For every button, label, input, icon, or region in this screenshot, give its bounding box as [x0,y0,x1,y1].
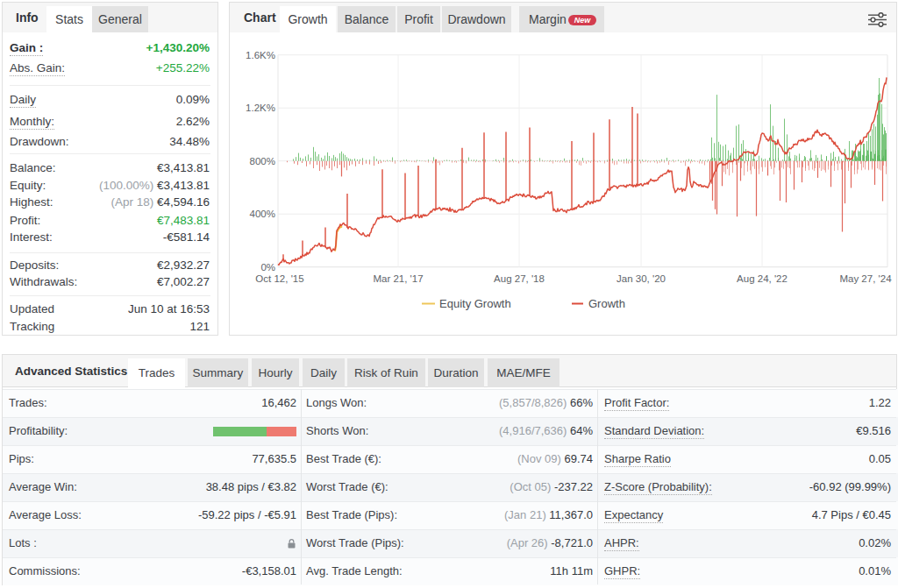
svg-text:800%: 800% [250,156,275,166]
svg-text:400%: 400% [250,209,275,219]
svg-text:Equity Growth: Equity Growth [439,297,511,310]
svg-text:1.2K%: 1.2K% [246,103,275,113]
svg-text:0%: 0% [260,262,275,273]
svg-text:Aug 24, '22: Aug 24, '22 [737,273,788,284]
svg-text:Mar 21, '17: Mar 21, '17 [373,273,423,284]
svg-text:Growth: Growth [588,297,625,310]
svg-text:Jan 30, '20: Jan 30, '20 [616,273,666,284]
svg-text:Aug 27, '18: Aug 27, '18 [494,273,545,284]
svg-text:Oct 12, '15: Oct 12, '15 [255,273,303,284]
svg-text:1.6K%: 1.6K% [246,50,275,60]
svg-text:May 27, '24: May 27, '24 [839,273,892,284]
